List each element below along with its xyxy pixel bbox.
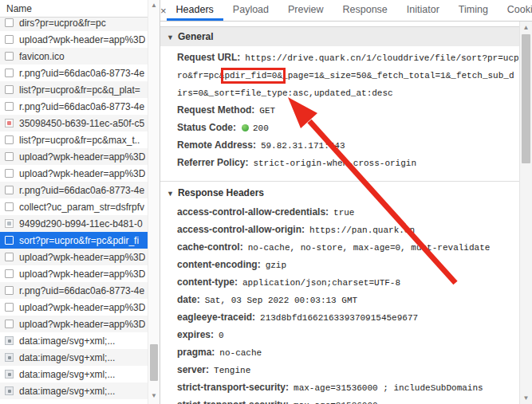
list-item[interactable]: 9499d290-b994-11ec-b481-0 <box>0 215 148 232</box>
field-name: Request Method: <box>177 104 254 116</box>
tab-payload[interactable]: Payload <box>223 0 278 21</box>
field-value: 59.82.31.171:443 <box>261 141 345 151</box>
header-field: access-control-allow-credentials:true <box>177 203 517 221</box>
svg-thumbnail-icon <box>5 386 14 395</box>
file-icon <box>5 52 14 61</box>
request-name: data:image/svg+xml;... <box>19 335 115 347</box>
tab-cookies[interactable]: Cookies <box>498 0 532 21</box>
tab-timing[interactable]: Timing <box>449 0 498 21</box>
list-item[interactable]: data:image/svg+xml;... <box>0 366 148 382</box>
list-item[interactable]: upload?wpk-header=app%3D <box>0 148 148 165</box>
field-value: 213d8bfd16621633937091545e9677 <box>260 313 418 323</box>
network-request-list: Name dirs?pr=ucpro&fr=pc upload?wpk-head… <box>0 0 160 404</box>
list-item[interactable]: upload?wpk-header=app%3D <box>0 165 148 182</box>
field-name: access-control-allow-origin: <box>177 224 305 235</box>
request-name: 35098450-b639-11ec-a50f-c5 <box>19 118 144 129</box>
header-field: strict-transport-security:max-age=315360… <box>177 379 517 396</box>
request-list-body: dirs?pr=ucpro&fr=pc upload?wpk-header=ap… <box>0 18 148 404</box>
file-icon <box>5 135 14 144</box>
header-field: Request URL:https://drive.quark.cn/1/clo… <box>177 49 517 101</box>
header-field: Request Method:GET <box>177 101 517 119</box>
file-icon <box>5 152 14 161</box>
list-item[interactable]: data:image/svg+xml;... <box>0 382 148 399</box>
file-icon <box>5 303 14 312</box>
scroll-down-icon[interactable]: ▼ <box>148 390 160 401</box>
scroll-up-icon[interactable]: ▲ <box>148 0 160 10</box>
request-name: data:image/svg+xml;... <box>19 352 115 363</box>
list-item[interactable]: r.png?uid=66dac0a6-8773-4e <box>0 65 148 81</box>
tab-label: Timing <box>459 4 488 15</box>
general-fields: Request URL:https://drive.quark.cn/1/clo… <box>160 46 520 171</box>
response-headers-section-header[interactable]: ▼Response Headers <box>160 181 520 201</box>
field-value: irs=0&_sort=file_type:asc,updated_at:des… <box>177 88 393 98</box>
list-item[interactable]: upload?wpk-header=app%3D <box>0 249 148 265</box>
list-item[interactable]: data:image/svg+xml;... <box>0 332 148 349</box>
file-icon <box>5 236 14 245</box>
header-field: Referrer Policy:strict-origin-when-cross… <box>177 154 517 171</box>
list-item[interactable]: r.png?uid=66dac0a6-8773-4e <box>0 182 148 198</box>
request-name: collect?uc_param_str=dsfrpfv <box>19 202 144 213</box>
field-name: pragma: <box>177 347 215 358</box>
list-item[interactable]: upload?wpk-header=app%3D <box>0 316 148 332</box>
list-item[interactable]: 35098450-b639-11ec-a50f-c5 <box>0 115 148 131</box>
field-value: https://pan.quark.cn <box>309 226 415 235</box>
list-item[interactable]: upload?wpk-header=app%3D <box>0 265 148 282</box>
list-item[interactable]: list?pr=ucpro&fr=pc&q_plat= <box>0 81 148 98</box>
tab-label: Cookies <box>507 4 532 15</box>
field-name: Referrer Policy: <box>177 157 248 168</box>
image-thumbnail-icon <box>5 219 14 228</box>
field-name: strict-transport-security: <box>177 382 289 393</box>
list-item[interactable]: dirs?pr=ucpro&fr=pc <box>0 18 148 31</box>
field-value: no-cache <box>219 348 262 358</box>
request-name: favicon.ico <box>19 51 65 62</box>
tab-label: Preview <box>288 4 323 15</box>
field-name: eagleeye-traceid: <box>177 312 255 323</box>
file-icon <box>5 169 14 178</box>
list-item[interactable]: upload?wpk-header=app%3D <box>0 31 148 48</box>
field-value: 200 <box>253 124 269 133</box>
details-scrollbar[interactable]: ▲ ▼ <box>519 22 532 404</box>
tab-label: Initiator <box>407 4 439 15</box>
tab-response[interactable]: Response <box>333 0 397 21</box>
tab-label: Payload <box>233 4 269 15</box>
sidebar-scroll-thumb[interactable] <box>150 344 158 381</box>
tab-label: Response <box>343 4 388 15</box>
list-item[interactable]: upload?wpk-header=app%3D <box>0 299 148 316</box>
field-name: server: <box>177 364 209 375</box>
details-tabbar: × Headers Payload Preview Response Initi… <box>160 0 532 22</box>
file-icon <box>5 85 14 94</box>
list-item[interactable]: r.png?uid=66dac0a6-8773-4e <box>0 98 148 115</box>
list-item[interactable]: sort?pr=ucpro&fr=pc&pdir_fi <box>0 232 148 249</box>
close-icon[interactable]: × <box>160 0 167 21</box>
request-name: r.png?uid=66dac0a6-8773-4e <box>19 68 144 79</box>
request-name: sort?pr=ucpro&fr=pc&pdir_fi <box>19 235 139 246</box>
list-item[interactable]: favicon.ico <box>0 48 148 65</box>
file-icon <box>5 253 14 261</box>
list-item[interactable]: collect?uc_param_str=dsfrpfv <box>0 198 148 215</box>
general-section-header[interactable]: ▼General <box>160 26 520 46</box>
header-field: Status Code:200 <box>177 119 517 136</box>
header-field: cache-control:no-cache, no-store, max-ag… <box>177 238 517 256</box>
list-item[interactable]: r.png?uid=66dac0a6-8773-4e <box>0 282 148 299</box>
request-name: upload?wpk-header=app%3D <box>19 302 145 313</box>
field-name: access-control-allow-credentials: <box>177 206 329 218</box>
chevron-down-icon: ▼ <box>167 190 174 198</box>
name-column-header[interactable]: Name <box>0 0 148 18</box>
tab-initiator[interactable]: Initiator <box>397 0 449 21</box>
tab-headers[interactable]: Headers <box>167 0 223 21</box>
file-icon <box>5 269 14 278</box>
tab-preview[interactable]: Preview <box>278 0 333 21</box>
file-icon <box>5 320 14 328</box>
header-field: content-type:application/json;charset=UT… <box>177 273 517 291</box>
scroll-down-icon[interactable]: ▼ <box>520 393 532 403</box>
list-item[interactable]: list?pr=ucpro&fr=pc&max_t.. <box>0 131 148 148</box>
scroll-up-icon[interactable]: ▲ <box>520 22 532 33</box>
request-details-panel: × Headers Payload Preview Response Initi… <box>160 0 532 404</box>
sidebar-scrollbar[interactable]: ▲ ▼ <box>148 0 160 404</box>
image-thumbnail-icon <box>5 119 14 127</box>
list-item[interactable]: data:image/svg+xml;... <box>0 349 148 366</box>
request-name: data:image/svg+xml;... <box>19 386 115 397</box>
response-headers-title: Response Headers <box>178 187 264 198</box>
details-scroll-thumb[interactable] <box>522 34 530 163</box>
request-name: data:image/svg+xml;... <box>19 369 115 380</box>
